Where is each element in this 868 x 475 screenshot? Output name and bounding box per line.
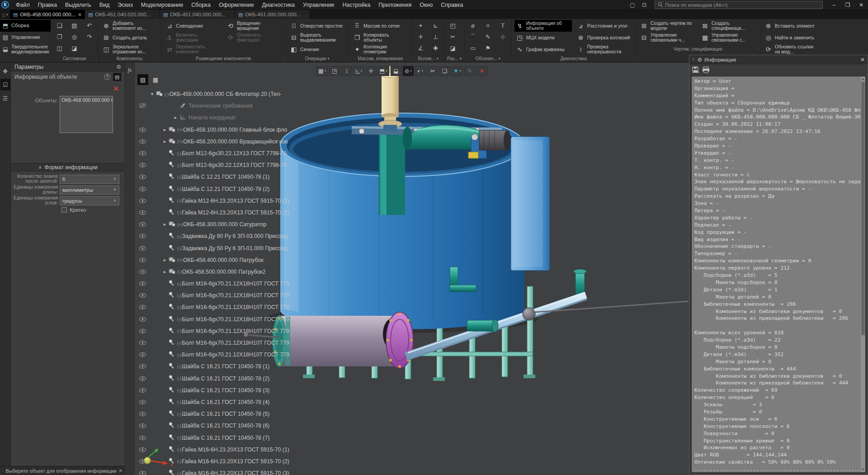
ribbon-button[interactable]: ⇄Переместить компонент [164, 43, 222, 55]
print-icon[interactable] [702, 66, 710, 73]
ribbon-button[interactable]: ⊞Создать чертеж по модели [639, 20, 696, 32]
tree-row[interactable]: ► (+) ОКБ-458.200.000.000 Вращающийся ко… [135, 136, 316, 147]
menu-item[interactable]: Сборка [187, 0, 215, 10]
visibility-eye-icon[interactable] [138, 291, 146, 299]
inner-column[interactable] [379, 127, 405, 215]
ribbon-button[interactable]: ⌼Отверстие простое [288, 20, 346, 32]
ribbon-mode-button[interactable]: ▤ Управление [0, 32, 51, 43]
menu-item[interactable]: Эскиз [113, 0, 137, 10]
scrollbar-thumb[interactable] [861, 82, 865, 335]
notation-tool-icon[interactable]: ⚑ [482, 43, 493, 53]
system-tool-icon[interactable]: ◫ [54, 43, 65, 53]
tree-row[interactable]: (-) Шайба С 16.21 ГОСТ 10450-78 (7) [135, 432, 316, 443]
tree-row[interactable]: (-) Гайка М16-6Н.23.20Х13 ГОСТ 5915-70 (… [135, 456, 316, 467]
ribbon-button[interactable]: ❐Копировать объекты [352, 32, 409, 43]
tree-row[interactable]: ► (-) ОКБ-458.500.000.000 Патрубок2 [135, 266, 316, 278]
ribbon-button[interactable]: ⊟Управление связанными ч... [639, 32, 696, 43]
visibility-eye-icon[interactable] [138, 209, 146, 217]
visibility-eye-icon[interactable] [138, 138, 146, 146]
notation-tool-icon[interactable]: ⌒ [467, 32, 478, 42]
section-tool-icon[interactable]: ◪ [448, 43, 458, 53]
system-tool-icon[interactable]: ◪ [69, 43, 80, 53]
tree-row[interactable]: (-) Болт М16-6gx70.21.12Х18Н10Т ГОСТ 779 [135, 325, 316, 337]
menu-item[interactable]: Моделирование [137, 0, 188, 10]
section-tool-icon[interactable]: ✂ [448, 32, 458, 42]
info-scrollbar[interactable]: ▲ ▼ [861, 76, 865, 472]
notation-tool-icon[interactable]: ⌀ [467, 21, 478, 31]
notation-tool-icon[interactable]: ✎ [482, 32, 493, 42]
visibility-eye-icon[interactable] [138, 457, 146, 466]
menu-item[interactable]: Оформление [215, 0, 258, 10]
system-tool-icon[interactable]: ▤ [69, 21, 80, 31]
visibility-eye-icon[interactable] [138, 268, 146, 276]
tree-row[interactable]: (-) Гайка М12-6Н.23.20Х13 ГОСТ 5915-70 (… [135, 207, 316, 218]
ribbon-button[interactable]: ◳МЦХ модели [514, 32, 572, 43]
visibility-eye-icon[interactable] [138, 232, 146, 240]
fx-variables-tab[interactable]: fx [125, 67, 134, 74]
document-tab[interactable]: ▤ ОКБ-458.000.000.000... ✕ [10, 10, 85, 19]
ribbon-button[interactable]: ≀Проверка непрерывности [576, 43, 633, 55]
menu-item[interactable]: Приложения [374, 0, 415, 10]
aux-tool-icon[interactable]: ✚ [430, 43, 441, 53]
menu-item[interactable]: Справка [437, 0, 467, 10]
tree-select-icon[interactable]: ▤ [113, 73, 121, 81]
visibility-eye-icon[interactable] [138, 256, 146, 264]
visibility-eye-icon[interactable] [138, 327, 146, 335]
menu-item[interactable]: Настройка [339, 0, 375, 10]
menu-item[interactable]: Правка [34, 0, 61, 10]
ribbon-button[interactable]: ⊠Создать спецификаци... [700, 20, 757, 32]
visibility-eye-icon[interactable] [138, 185, 146, 193]
close-button[interactable]: ✕ [854, 0, 868, 10]
visibility-eye-icon[interactable] [138, 434, 146, 442]
help-icon[interactable]: ? [104, 74, 110, 80]
ribbon-button[interactable]: ⚓Включить фиксацию [164, 32, 222, 43]
command-search-input[interactable]: Поиск по командам (Alt+/) [655, 1, 823, 9]
restore-button[interactable]: ❐ [841, 0, 854, 10]
tree-row[interactable]: (-) Шайба С 16.21 ГОСТ 10450-78 (2) [135, 373, 316, 385]
viewport-tool-button[interactable]: ▦ ▾ [316, 66, 328, 76]
tree-row[interactable]: (-) Болт М12-6gx30.22.12Х13 ГОСТ 7798-70 [135, 159, 316, 171]
section-tool-icon[interactable]: ◰ [448, 21, 458, 31]
gear-icon[interactable]: ⚙ [116, 64, 121, 70]
dropdown-select[interactable]: градусы▼ [60, 196, 119, 205]
visibility-eye-icon[interactable] [138, 375, 146, 383]
tree-row[interactable]: (-) Шайба С 16.21 ГОСТ 10450-78 (5) [135, 408, 316, 420]
ribbon-button[interactable]: ⊕Вставить элемент [763, 20, 821, 32]
visibility-eye-icon[interactable] [138, 362, 146, 370]
visibility-eye-icon[interactable] [138, 339, 146, 347]
tree-view-toggle[interactable]: ▤ [137, 74, 148, 85]
viewport-tool-button[interactable]: ◳ [329, 66, 340, 76]
minimize-button[interactable]: – [827, 0, 841, 10]
ribbon-button[interactable]: ⊞Создать деталь [101, 32, 158, 43]
tree-row[interactable]: (-) Шайба С 16.21 ГОСТ 10450-78 (4) [135, 396, 316, 408]
menu-item[interactable]: Файл [12, 0, 34, 10]
system-tool-icon[interactable]: ◎ [69, 32, 80, 42]
visibility-eye-icon[interactable] [138, 422, 146, 430]
system-tool-icon[interactable]: ↶ [84, 21, 95, 31]
side-cabinet[interactable] [511, 137, 550, 271]
menu-item[interactable]: Вид [95, 0, 114, 10]
layout-icon[interactable]: ▢ [627, 2, 638, 8]
tree-row[interactable]: (-) Болт М16-6gx70.21.12Х18Н10Т ГОСТ 779 [135, 290, 316, 301]
cancel-icon[interactable]: ✕ [113, 84, 119, 94]
ribbon-button[interactable]: ↯Информация об объекте [514, 20, 572, 32]
save-report-icon[interactable] [692, 66, 699, 73]
notation-tool-icon[interactable]: ⊹ [497, 32, 508, 42]
tree-row[interactable]: (-) Шайба С 16.21 ГОСТ 10450-78 (3) [135, 385, 316, 396]
system-tool-icon[interactable]: ❏ [54, 21, 65, 31]
tree-view-toggle[interactable]: ▦ [150, 74, 161, 85]
notation-tool-icon[interactable]: ⌗ [482, 21, 493, 31]
tree-row[interactable]: (-) Задвижка Ду 80 Ру 6 ЗП-03.000 Присое… [135, 230, 316, 242]
viewport-tool-button[interactable]: ⬒ ▾ [378, 66, 389, 76]
aux-tool-icon[interactable]: ⌖ [415, 21, 426, 31]
tree-row[interactable]: ► (+) ОКБ-458.100.000.000 Главный блок ф… [135, 124, 316, 136]
info-close-icon[interactable]: ✕ [860, 57, 865, 63]
tree-row[interactable]: (-) Шайба С 16.21 ГОСТ 10450-78 (1) [135, 361, 316, 372]
visibility-eye-icon[interactable] [138, 410, 146, 418]
viewport-tool-button[interactable]: ◐ ▾ [415, 66, 426, 76]
tree-row[interactable]: (-) Болт М16-6gx70.21.12Х18Н10Т ГОСТ 779 [135, 349, 316, 361]
viewport-tool-button[interactable]: ▼ ▾ [452, 66, 463, 76]
tree-row[interactable]: ► (+) ОКБ-458.300.000.000 Сатуратор [135, 218, 316, 230]
ribbon-mode-button[interactable]: ⬒ Сборка [0, 20, 51, 32]
viewport-tool-button[interactable]: ❏ [439, 66, 450, 76]
